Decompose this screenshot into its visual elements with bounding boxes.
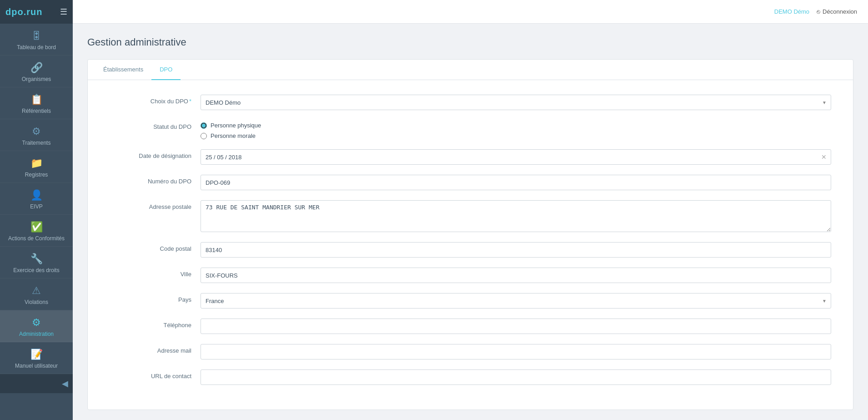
date-designation-input[interactable] — [201, 149, 831, 165]
tab-bar: Établissements DPO — [88, 60, 853, 80]
sidebar-item-label: Exercice des droits — [13, 267, 59, 273]
numero-dpo-row: Numéro du DPO — [110, 175, 831, 190]
droits-icon: 🔧 — [30, 253, 43, 265]
adresse-mail-row: Adresse mail — [110, 344, 831, 359]
sidebar-item-label: Violations — [25, 299, 48, 305]
adresse-postale-row: Adresse postale 73 RUE DE SAINT MANDRIER… — [110, 200, 831, 232]
sidebar-item-administration[interactable]: ⚙ Administration — [0, 310, 73, 342]
statut-dpo-label: Statut du DPO — [110, 120, 201, 130]
date-designation-label: Date de désignation — [110, 149, 201, 159]
sidebar-item-label: Administration — [19, 331, 54, 337]
url-contact-label: URL de contact — [110, 369, 201, 380]
sidebar-item-label: Registres — [25, 172, 48, 178]
url-contact-row: URL de contact — [110, 369, 831, 385]
logout-label: Déconnexion — [823, 8, 857, 15]
sidebar-item-eivp[interactable]: 👤 EIVP — [0, 183, 73, 215]
traitements-icon: ⚙ — [32, 126, 41, 137]
adresse-mail-label: Adresse mail — [110, 344, 201, 354]
dpo-form: Choix du DPO* DEMO Démo Statut du DPO — [88, 80, 853, 410]
radio-personne-morale[interactable]: Personne morale — [201, 132, 261, 139]
page-content: Gestion administrative Établissements DP… — [73, 24, 868, 420]
code-postal-row: Code postal — [110, 242, 831, 258]
ville-input[interactable] — [201, 268, 831, 283]
sidebar-collapse-button[interactable]: ◀ — [0, 374, 73, 393]
radio-physique-input[interactable] — [201, 122, 207, 129]
sidebar-item-registres[interactable]: 📁 Registres — [0, 151, 73, 183]
choix-dpo-select-wrapper: DEMO Démo — [201, 95, 831, 110]
numero-dpo-label: Numéro du DPO — [110, 175, 201, 185]
choix-dpo-select[interactable]: DEMO Démo — [201, 95, 831, 110]
date-designation-row: Date de désignation ✕ — [110, 149, 831, 165]
sidebar-item-label: Traitements — [22, 140, 51, 146]
date-clear-icon[interactable]: ✕ — [821, 153, 827, 161]
violations-icon: ⚠ — [32, 285, 41, 297]
choix-dpo-label: Choix du DPO* — [110, 95, 201, 105]
ville-row: Ville — [110, 268, 831, 283]
sidebar-item-label: Organismes — [22, 76, 51, 82]
pays-row: Pays France — [110, 293, 831, 309]
statut-dpo-row: Statut du DPO Personne physique Personne… — [110, 120, 831, 139]
url-contact-input[interactable] — [201, 369, 831, 385]
logout-button[interactable]: ⎋ Déconnexion — [817, 8, 857, 15]
tab-etablissements[interactable]: Établissements — [95, 60, 151, 80]
date-designation-wrapper: ✕ — [201, 149, 831, 165]
tab-dpo[interactable]: DPO — [151, 60, 181, 80]
telephone-label: Téléphone — [110, 319, 201, 329]
sidebar-item-organismes[interactable]: 🔗 Organismes — [0, 56, 73, 87]
ville-label: Ville — [110, 268, 201, 278]
administration-icon: ⚙ — [32, 317, 41, 329]
telephone-input[interactable] — [201, 319, 831, 334]
radio-personne-physique[interactable]: Personne physique — [201, 122, 261, 129]
page-title: Gestion administrative — [87, 36, 853, 48]
registres-icon: 📁 — [30, 157, 43, 169]
adresse-mail-input[interactable] — [201, 344, 831, 359]
sidebar-header: dpo.run ☰ — [0, 0, 73, 24]
sidebar-item-label: Manuel utilisateur — [15, 363, 58, 369]
sidebar-item-manuel-utilisateur[interactable]: 📝 Manuel utilisateur — [0, 342, 73, 374]
numero-dpo-input[interactable] — [201, 175, 831, 190]
dashboard-icon: 🎛 — [31, 30, 41, 42]
menu-toggle-icon[interactable]: ☰ — [60, 7, 67, 17]
sidebar-item-tableau-de-bord[interactable]: 🎛 Tableau de bord — [0, 24, 73, 56]
referentiels-icon: 📋 — [30, 94, 43, 106]
brand-logo: dpo.run — [5, 7, 42, 17]
sidebar-item-traitements[interactable]: ⚙ Traitements — [0, 119, 73, 151]
logo-text: dpo — [5, 7, 24, 17]
code-postal-input[interactable] — [201, 242, 831, 258]
choix-dpo-row: Choix du DPO* DEMO Démo — [110, 95, 831, 110]
organismes-icon: 🔗 — [30, 62, 43, 74]
sidebar-item-exercice-des-droits[interactable]: 🔧 Exercice des droits — [0, 247, 73, 278]
radio-morale-label: Personne morale — [211, 132, 256, 139]
statut-radio-group: Personne physique Personne morale — [201, 120, 261, 139]
adresse-postale-input[interactable]: 73 RUE DE SAINT MANDRIER SUR MER — [201, 200, 831, 232]
radio-physique-label: Personne physique — [211, 122, 261, 129]
main-card: Établissements DPO Choix du DPO* DEMO Dé… — [87, 59, 853, 410]
logout-icon: ⎋ — [817, 8, 820, 15]
pays-label: Pays — [110, 293, 201, 303]
conformites-icon: ✅ — [30, 221, 43, 233]
code-postal-label: Code postal — [110, 242, 201, 252]
sidebar-item-referentiels[interactable]: 📋 Référentiels — [0, 87, 73, 119]
sidebar: dpo.run ☰ 🎛 Tableau de bord 🔗 Organismes… — [0, 0, 73, 420]
eivp-icon: 👤 — [30, 189, 43, 201]
sidebar-item-label: Référentiels — [22, 108, 51, 114]
main-area: DEMO Démo ⎋ Déconnexion Gestion administ… — [73, 0, 868, 420]
telephone-row: Téléphone — [110, 319, 831, 334]
pays-select[interactable]: France — [201, 293, 831, 309]
logo-suffix: .run — [24, 7, 43, 17]
sidebar-item-violations[interactable]: ⚠ Violations — [0, 278, 73, 310]
sidebar-item-label: Tableau de bord — [17, 44, 56, 51]
radio-morale-input[interactable] — [201, 133, 207, 139]
pays-select-wrapper: France — [201, 293, 831, 309]
adresse-postale-label: Adresse postale — [110, 200, 201, 210]
topbar-user: DEMO Démo — [774, 8, 809, 15]
sidebar-item-label: Actions de Conformités — [8, 235, 65, 242]
manuel-icon: 📝 — [30, 349, 43, 360]
topbar: DEMO Démo ⎋ Déconnexion — [73, 0, 868, 24]
sidebar-item-label: EIVP — [30, 203, 42, 210]
sidebar-item-actions-de-conformites[interactable]: ✅ Actions de Conformités — [0, 215, 73, 247]
